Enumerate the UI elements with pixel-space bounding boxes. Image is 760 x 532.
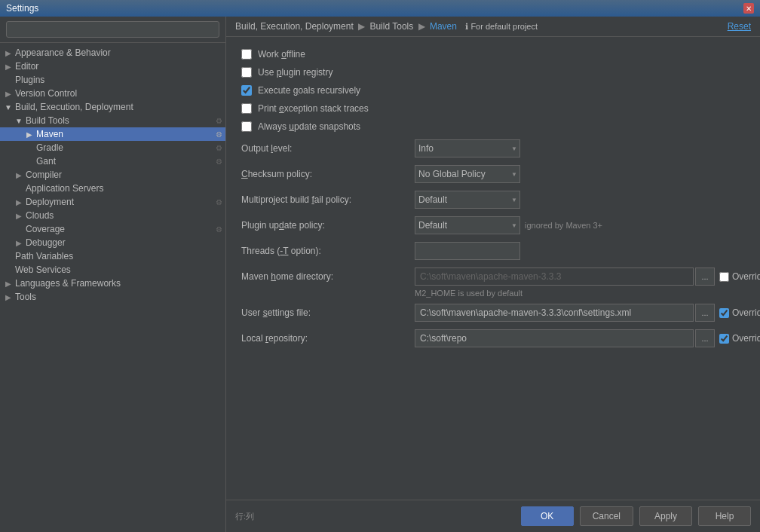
breadcrumb-part-2: Build Tools — [369, 21, 413, 32]
output-level-control: Debug Info Warn Error — [415, 139, 745, 157]
ok-button[interactable]: OK — [521, 506, 574, 526]
plugin-update-label: Plugin update policy: — [241, 220, 415, 231]
maven-home-browse-button[interactable]: ... — [695, 268, 715, 286]
sidebar-item-compiler[interactable]: ▶ Compiler — [0, 168, 225, 182]
sidebar-item-tools[interactable]: ▶ Tools — [0, 290, 225, 304]
bottom-bar: 行:列 OK Cancel Apply Help — [226, 500, 760, 532]
sidebar-item-deployment[interactable]: ▶ Deployment ⚙ — [0, 195, 225, 209]
maven-home-override-checkbox[interactable] — [719, 272, 729, 282]
output-level-select[interactable]: Debug Info Warn Error — [415, 139, 520, 157]
threads-control — [415, 242, 745, 260]
sidebar-item-appearance[interactable]: ▶ Appearance & Behavior — [0, 46, 225, 60]
maven-home-control: ... Override — [415, 268, 760, 286]
sidebar-item-label: Compiler — [26, 170, 62, 180]
sidebar-item-editor[interactable]: ▶ Editor — [0, 60, 225, 73]
cancel-button[interactable]: Cancel — [580, 506, 633, 526]
print-exception-checkbox[interactable] — [241, 103, 252, 114]
sidebar: ▶ Appearance & Behavior ▶ Editor Plugins… — [0, 17, 226, 532]
arrow-icon: ▶ — [14, 198, 24, 206]
sidebar-item-label: Build Tools — [26, 115, 69, 126]
sidebar-item-label: Web Services — [15, 264, 71, 275]
content-panel: Build, Execution, Deployment ▶ Build Too… — [226, 17, 760, 532]
sidebar-item-debugger[interactable]: ▶ Debugger — [0, 236, 225, 249]
window-title: Settings — [6, 3, 38, 14]
sidebar-item-gant[interactable]: Gant ⚙ — [0, 154, 225, 168]
sidebar-item-web-services[interactable]: Web Services — [0, 263, 225, 277]
checksum-policy-select[interactable]: No Global Policy Ignore Warn Fail — [415, 165, 520, 183]
sidebar-item-label: Editor — [15, 61, 38, 72]
breadcrumb-sep-1: ▶ — [358, 21, 365, 32]
local-repo-override-checkbox[interactable] — [719, 334, 729, 344]
checksum-policy-select-wrapper: No Global Policy Ignore Warn Fail — [415, 165, 520, 183]
sidebar-item-languages[interactable]: ▶ Languages & Frameworks — [0, 277, 225, 290]
plugin-update-hint: ignored by Maven 3+ — [525, 221, 602, 230]
settings-icon: ⚙ — [216, 117, 222, 125]
user-settings-row: User settings file: ... Override — [241, 304, 745, 322]
sidebar-item-build-tools[interactable]: ▼ Build Tools ⚙ — [0, 114, 225, 127]
checksum-policy-control: No Global Policy Ignore Warn Fail — [415, 165, 745, 183]
search-input[interactable] — [6, 21, 219, 38]
apply-button[interactable]: Apply — [639, 506, 692, 526]
arrow-icon: ▶ — [3, 293, 14, 301]
print-exception-label: Print exception stack traces — [258, 103, 369, 114]
sidebar-item-plugins[interactable]: Plugins — [0, 73, 225, 87]
checkbox-work-offline: Work offline — [241, 49, 745, 60]
sidebar-item-build-execution[interactable]: ▼ Build, Execution, Deployment — [0, 100, 225, 114]
checkbox-execute-goals: Execute goals recursively — [241, 85, 745, 96]
output-level-select-wrapper: Debug Info Warn Error — [415, 139, 520, 157]
sidebar-item-label: Debugger — [26, 237, 66, 248]
form-grid: Output level: Debug Info Warn Error — [241, 139, 745, 347]
titlebar: Settings ✕ — [0, 0, 760, 17]
sidebar-item-label: Build, Execution, Deployment — [15, 102, 133, 112]
sidebar-item-label: Plugins — [15, 75, 44, 85]
plugin-registry-label: Use plugin registry — [258, 67, 332, 78]
local-repo-input[interactable] — [415, 329, 694, 347]
multiproject-fail-select[interactable]: Default At End Never Always — [415, 191, 520, 209]
sidebar-item-app-servers[interactable]: Application Servers — [0, 182, 225, 195]
settings-body: Work offline Use plugin registry Execute… — [226, 37, 760, 500]
close-button[interactable]: ✕ — [743, 3, 754, 14]
always-update-checkbox[interactable] — [241, 121, 252, 132]
checksum-policy-row: Checksum policy: No Global Policy Ignore… — [241, 165, 745, 183]
user-settings-control: ... Override — [415, 304, 760, 322]
user-settings-override-checkbox[interactable] — [719, 308, 729, 318]
user-settings-browse-button[interactable]: ... — [695, 304, 715, 322]
sidebar-item-path-variables[interactable]: Path Variables — [0, 249, 225, 263]
execute-goals-checkbox[interactable] — [241, 85, 252, 96]
sidebar-item-label: Appearance & Behavior — [15, 47, 111, 58]
sidebar-item-coverage[interactable]: Coverage ⚙ — [0, 222, 225, 236]
sidebar-item-label: Clouds — [26, 210, 54, 221]
breadcrumb: Build, Execution, Deployment ▶ Build Too… — [235, 21, 538, 32]
breadcrumb-bar: Build, Execution, Deployment ▶ Build Too… — [226, 17, 760, 37]
sidebar-item-clouds[interactable]: ▶ Clouds — [0, 209, 225, 222]
reset-button[interactable]: Reset — [728, 21, 751, 32]
multiproject-fail-control: Default At End Never Always — [415, 191, 745, 209]
sidebar-item-label: Gant — [36, 156, 56, 167]
sidebar-item-gradle[interactable]: Gradle ⚙ — [0, 141, 225, 154]
settings-icon: ⚙ — [216, 130, 222, 139]
sidebar-item-version-control[interactable]: ▶ Version Control — [0, 87, 225, 100]
plugin-update-control: Default Force Update Never Update ignore… — [415, 216, 745, 234]
sidebar-item-label: Gradle — [36, 142, 63, 153]
sidebar-item-label: Coverage — [26, 224, 65, 234]
maven-home-input[interactable] — [415, 268, 694, 286]
plugin-update-select[interactable]: Default Force Update Never Update — [415, 216, 520, 234]
arrow-icon: ▼ — [14, 117, 24, 125]
output-level-label: Output level: — [241, 143, 415, 154]
multiproject-fail-row: Multiproject build fail policy: Default … — [241, 191, 745, 209]
always-update-label: Always update snapshots — [258, 121, 360, 132]
arrow-icon: ▶ — [3, 280, 14, 288]
output-level-row: Output level: Debug Info Warn Error — [241, 139, 745, 157]
threads-input[interactable] — [415, 242, 520, 260]
sidebar-item-label: Deployment — [26, 197, 74, 207]
work-offline-checkbox[interactable] — [241, 49, 252, 60]
local-repo-browse-button[interactable]: ... — [695, 329, 715, 347]
tree-container: ▶ Appearance & Behavior ▶ Editor Plugins… — [0, 43, 225, 532]
help-button[interactable]: Help — [698, 506, 751, 526]
user-settings-override-area: Override — [719, 307, 760, 318]
multiproject-fail-select-wrapper: Default At End Never Always — [415, 191, 520, 209]
sidebar-item-maven[interactable]: ▶ Maven ⚙ — [0, 127, 225, 141]
plugin-registry-checkbox[interactable] — [241, 67, 252, 78]
maven-home-row: Maven home directory: ... Override — [241, 268, 745, 286]
user-settings-input[interactable] — [415, 304, 694, 322]
